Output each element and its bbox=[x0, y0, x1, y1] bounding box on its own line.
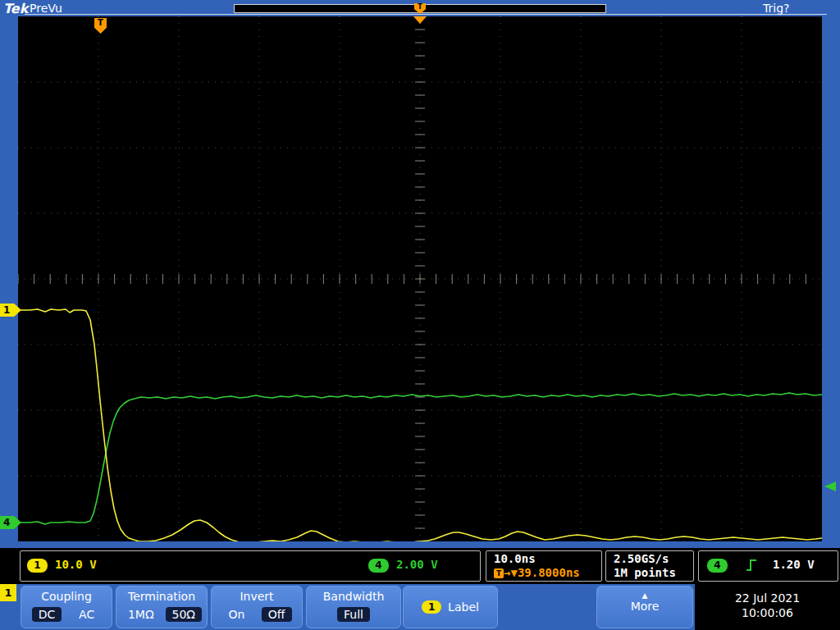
record-length-value: 1M points bbox=[614, 566, 676, 579]
record-trigger-marker-icon: T bbox=[414, 3, 426, 14]
invert-option-off[interactable]: Off bbox=[262, 607, 292, 622]
trigger-readout: 4 1.20 V bbox=[698, 550, 838, 582]
termination-button[interactable]: Termination 1MΩ 50Ω bbox=[116, 586, 208, 628]
termination-option-1mohm[interactable]: 1MΩ bbox=[121, 607, 161, 622]
bandwidth-value[interactable]: Full bbox=[337, 607, 370, 622]
ch1-waveform bbox=[18, 309, 822, 541]
date-value: 22 Jul 2021 bbox=[695, 591, 840, 605]
termination-title: Termination bbox=[128, 590, 195, 603]
invert-title: Invert bbox=[240, 590, 273, 603]
topbar-divider bbox=[25, 14, 827, 15]
record-view-bar: T bbox=[234, 4, 606, 13]
acquisition-readout: 2.50GS/s 1M points bbox=[605, 550, 694, 582]
rising-edge-slope-icon bbox=[745, 558, 758, 573]
coupling-option-dc[interactable]: DC bbox=[32, 607, 62, 622]
sample-rate-value: 2.50GS/s bbox=[614, 552, 669, 565]
delay-pointer-icon: ▼ bbox=[510, 566, 517, 579]
ch1-scale-value: 10.0 V bbox=[55, 558, 97, 571]
coupling-option-ac[interactable]: AC bbox=[72, 607, 101, 622]
ch4-badge: 4 bbox=[368, 559, 389, 573]
expansion-point-icon bbox=[413, 16, 427, 24]
trigger-status-label: Trig? bbox=[763, 2, 789, 15]
readout-strip: 1 10.0 V 4 2.00 V 10.0ns T→▼39.8000ns 2.… bbox=[0, 548, 840, 584]
graticule-grid bbox=[18, 16, 822, 541]
delay-trigger-icon: T bbox=[494, 568, 504, 578]
delay-readout: T→▼39.8000ns bbox=[494, 566, 580, 579]
coupling-button[interactable]: Coupling DC AC bbox=[21, 586, 112, 628]
datetime-panel: 22 Jul 2021 10:00:06 bbox=[695, 584, 840, 630]
time-value: 10:00:06 bbox=[695, 606, 840, 619]
delay-value: 39.8000ns bbox=[518, 566, 580, 579]
invert-option-on[interactable]: On bbox=[221, 607, 251, 622]
trigger-level-arrow-icon[interactable] bbox=[824, 482, 836, 491]
more-title: More bbox=[631, 600, 660, 613]
acquisition-mode-label: PreVu bbox=[30, 2, 62, 15]
more-button[interactable]: ▲ More bbox=[596, 586, 693, 628]
active-channel-tab: 1 bbox=[0, 584, 16, 601]
more-up-arrow-icon: ▲ bbox=[642, 591, 648, 600]
waveform-display: T bbox=[18, 16, 822, 541]
ch4-waveform bbox=[18, 393, 822, 524]
ch4-scale-value: 2.00 V bbox=[396, 558, 438, 571]
invert-button[interactable]: Invert On Off bbox=[211, 586, 303, 628]
channel-scale-readout: 1 10.0 V 4 2.00 V bbox=[20, 550, 481, 582]
trigger-level-value: 1.20 V bbox=[773, 558, 815, 571]
bandwidth-button[interactable]: Bandwidth Full bbox=[306, 586, 401, 628]
coupling-title: Coupling bbox=[41, 590, 92, 603]
trigger-source-badge: 4 bbox=[707, 559, 728, 573]
graticule-svg bbox=[18, 16, 822, 541]
softkey-menu-bar: 1 Coupling DC AC Termination 1MΩ 50Ω Inv… bbox=[0, 584, 840, 630]
bandwidth-title: Bandwidth bbox=[323, 590, 385, 603]
label-title: Label bbox=[448, 600, 479, 614]
termination-option-50ohm[interactable]: 50Ω bbox=[166, 607, 203, 622]
label-channel-badge: 1 bbox=[422, 600, 441, 614]
label-button[interactable]: 1 Label bbox=[403, 586, 498, 628]
ch1-badge: 1 bbox=[27, 559, 48, 573]
timebase-readout: 10.0ns T→▼39.8000ns bbox=[486, 550, 602, 582]
timebase-value: 10.0ns bbox=[494, 552, 536, 565]
